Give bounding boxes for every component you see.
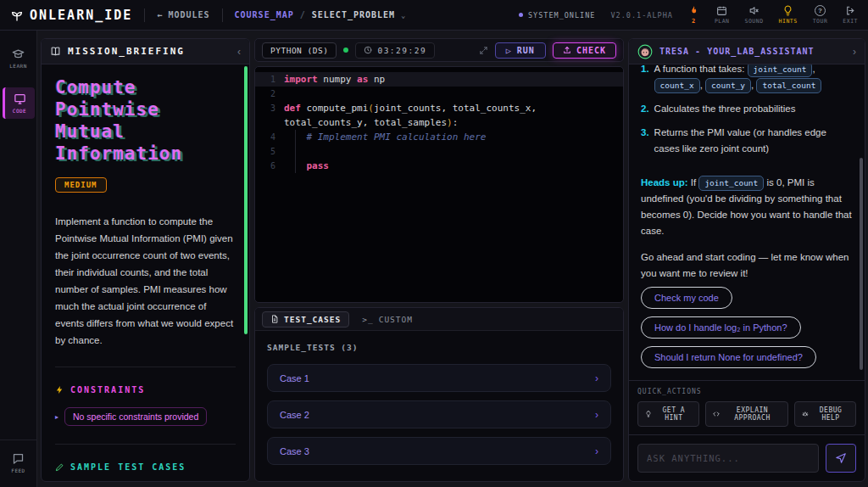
suggestion-handle-log2[interactable]: How do I handle log₂ in Python? <box>641 316 801 339</box>
assistant-title: TRESA - YOUR_LAB_ASSISTANT <box>659 47 815 56</box>
sample-tests-count: SAMPLE_TESTS (3) <box>267 343 611 352</box>
closing-message: Go ahead and start coding — let me know … <box>641 249 853 282</box>
lightning-icon <box>55 385 64 395</box>
book-icon <box>50 46 61 57</box>
collapse-panel-button[interactable]: ‹ <box>237 46 241 58</box>
session-timer: 03:29:29 <box>355 42 435 59</box>
tab-test-cases[interactable]: TEST_CASES <box>262 311 349 327</box>
plan-button[interactable]: PLAN <box>715 5 730 25</box>
constraints-empty-chip: No specific constraints provided <box>64 407 207 426</box>
divider <box>55 367 236 367</box>
code-line-content <box>284 144 623 159</box>
code-editor[interactable]: 1import numpy as np2 3def compute_pmi(jo… <box>254 66 624 303</box>
divider <box>55 444 236 445</box>
code-brackets-icon <box>713 410 720 418</box>
exit-icon <box>845 5 856 16</box>
constraints-empty-row: ▸ No specific constraints provided <box>55 407 236 426</box>
briefing-title: MISSION_BRIEFING <box>68 46 185 57</box>
assistant-panel: TRESA - YOUR_LAB_ASSISTANT › 1. A functi… <box>628 38 865 482</box>
code-line-content <box>284 87 623 101</box>
chat-scrollbar[interactable] <box>860 158 863 370</box>
suggestion-return-none[interactable]: Should I return None for undefined? <box>641 346 816 368</box>
test-case-row-3[interactable]: Case 3 › <box>267 437 611 465</box>
code-line[interactable]: 3def compute_pmi(joint_counts, total_cou… <box>255 101 623 130</box>
question-icon: ? <box>815 5 826 16</box>
code-line[interactable]: 5 <box>255 144 623 159</box>
exit-button[interactable]: EXIT <box>843 5 858 25</box>
monitor-icon <box>14 92 26 105</box>
tests-tab-bar: TEST_CASES >_ CUSTOM <box>255 308 623 331</box>
hints-button[interactable]: HINTS <box>779 5 798 25</box>
send-button[interactable] <box>826 444 856 473</box>
code-line[interactable]: 1import numpy as np <box>255 72 623 87</box>
tab-custom[interactable]: >_ CUSTOM <box>354 312 420 327</box>
chat-bubble-icon <box>12 452 25 465</box>
chevron-right-icon: › <box>595 409 598 421</box>
code-line-content: def compute_pmi(joint_counts, total_coun… <box>284 101 623 130</box>
inline-code-chip: total_count <box>756 78 821 93</box>
rail-item-learn[interactable]: LEARN <box>3 42 35 74</box>
triangle-icon: ▸ <box>55 413 58 421</box>
problem-title: Compute Pointwise Mutual Information <box>55 76 236 165</box>
run-button[interactable]: ▷ RUN <box>495 42 546 59</box>
file-icon <box>270 315 279 323</box>
problem-description: Implement a function to compute the Poin… <box>55 213 236 349</box>
briefing-scrollbar[interactable] <box>244 66 248 334</box>
inline-code-chip: count_y <box>705 78 751 93</box>
code-line[interactable]: 6 pass <box>255 159 623 173</box>
language-selector[interactable]: PYTHON (DS) <box>262 42 337 59</box>
code-line-content: # Implement PMI calculation here <box>284 130 623 144</box>
code-line-content: pass <box>284 159 623 173</box>
explain-approach-button[interactable]: EXPLAIN APPROACH <box>705 401 788 427</box>
sound-button[interactable]: SOUND <box>745 5 764 25</box>
pencil-icon <box>55 462 64 472</box>
heads-up-message: Heads up: If joint_count is 0, PMI is un… <box>641 175 853 239</box>
chevron-right-icon[interactable]: › <box>853 46 856 58</box>
line-number: 6 <box>255 159 284 173</box>
mission-briefing-panel: MISSION_BRIEFING ‹ Compute Pointwise Mut… <box>41 38 250 482</box>
rail-item-code[interactable]: CODE <box>3 87 35 119</box>
side-rail: LEARN CODE FEED <box>0 31 37 487</box>
clock-icon <box>364 46 372 54</box>
breadcrumb[interactable]: COURSE_MAP / SELECT_PROBLEM ⌄ <box>235 10 407 20</box>
heads-up-label: Heads up: <box>641 177 688 188</box>
inline-code-chip: joint_count <box>748 64 813 77</box>
terminal-icon: >_ <box>362 315 373 324</box>
inline-code-chip: joint_count <box>698 176 764 191</box>
status-dot <box>519 13 523 17</box>
upload-icon <box>563 46 571 54</box>
modules-button[interactable]: ← MODULES <box>157 10 209 20</box>
editor-toolbar: PYTHON (DS) 03:29:29 ▷ RUN <box>254 38 624 62</box>
arrow-left-icon: ← <box>157 10 163 20</box>
code-line-content: import numpy as np <box>284 72 623 87</box>
chat-transcript[interactable]: 1. A function that takes: joint_count, c… <box>629 64 865 380</box>
code-line[interactable]: 2 <box>255 87 623 101</box>
breadcrumb-select-problem[interactable]: SELECT_PROBLEM <box>312 10 395 20</box>
check-button[interactable]: CHECK <box>553 42 616 59</box>
streak-indicator[interactable]: 2 <box>688 5 699 25</box>
tour-button[interactable]: ? TOUR <box>813 5 828 25</box>
debug-help-button[interactable]: DEBUG HELP <box>794 401 856 427</box>
line-number: 1 <box>255 72 284 87</box>
line-number: 3 <box>255 101 284 130</box>
ask-anything-input[interactable] <box>637 444 819 473</box>
play-icon: ▷ <box>506 46 512 55</box>
rail-item-feed[interactable]: FEED <box>3 447 35 479</box>
difficulty-badge: MEDIUM <box>55 177 107 193</box>
app-logo: ONLEARN_IDE <box>10 8 132 23</box>
suggestion-check-my-code[interactable]: Check my code <box>641 287 732 309</box>
version-label: V2.0.1-ALPHA <box>610 11 672 20</box>
constraints-heading: CONSTRAINTS <box>55 385 236 395</box>
calendar-icon <box>716 5 727 16</box>
expand-editor-button[interactable] <box>479 46 488 55</box>
breadcrumb-course-map[interactable]: COURSE_MAP <box>235 10 294 20</box>
assistant-step-2: 2. Calculates the three probabilities <box>641 101 853 117</box>
app-title: ONLEARN_IDE <box>30 8 132 23</box>
inline-code-chip: count_x <box>654 78 700 93</box>
code-line[interactable]: 4 # Implement PMI calculation here <box>255 130 623 144</box>
chevron-right-icon: › <box>595 372 598 384</box>
test-case-row-1[interactable]: Case 1 › <box>267 364 611 392</box>
get-a-hint-button[interactable]: GET A HINT <box>637 401 699 427</box>
expand-icon <box>479 46 488 55</box>
test-case-row-2[interactable]: Case 2 › <box>267 400 611 428</box>
